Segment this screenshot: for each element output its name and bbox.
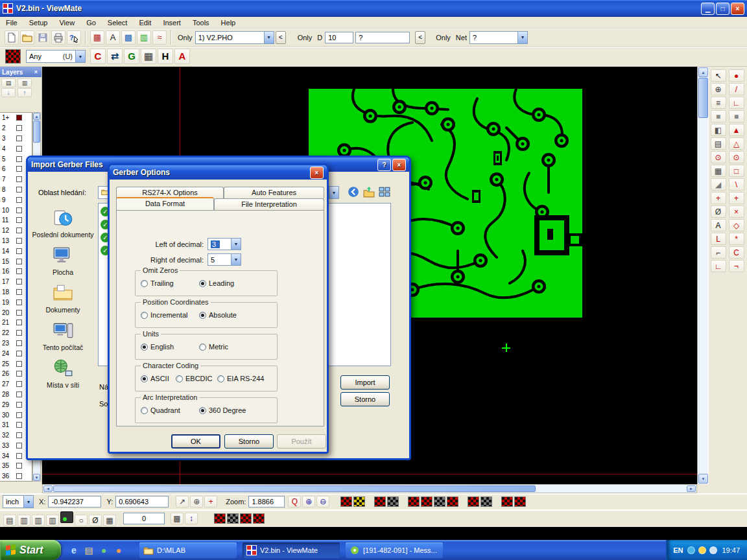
layer-color-swatch[interactable] — [16, 371, 22, 377]
diameter-icon[interactable]: Ø — [711, 205, 726, 218]
draw-triangle-icon[interactable]: ▲ — [729, 124, 744, 136]
menu-edit[interactable]: Edit — [133, 18, 157, 27]
layer-color-swatch[interactable] — [16, 115, 22, 121]
chevron-down-icon[interactable]: ▾ — [231, 239, 241, 250]
scroll-down-icon[interactable]: ▼ — [698, 474, 708, 484]
tab-file-interpretation[interactable]: File Interpretation — [214, 198, 324, 210]
measure-diagonal-icon[interactable]: ↗ — [176, 496, 189, 508]
ok-button[interactable]: OK — [171, 434, 220, 449]
menu-file[interactable]: File — [0, 18, 23, 27]
back-icon[interactable] — [348, 186, 359, 198]
group-tool-icon[interactable]: G — [124, 49, 139, 64]
layer-color-swatch[interactable] — [16, 299, 22, 305]
draw-corner-icon[interactable]: ∟ — [729, 97, 744, 109]
radio-ebcdic[interactable]: EBCDIC — [176, 375, 213, 382]
scroll-down-icon[interactable]: ▼ — [33, 474, 40, 481]
dcode-input[interactable]: 10 — [325, 32, 353, 43]
menu-help[interactable]: Help — [215, 18, 242, 27]
draw-pad-icon[interactable]: ● — [729, 69, 744, 82]
radio-quadrant[interactable]: Quadrant — [141, 406, 180, 414]
circle-tool-icon[interactable]: C — [90, 49, 106, 64]
scroll-up-icon[interactable]: ▲ — [33, 113, 40, 120]
layer-color-swatch[interactable] — [16, 156, 22, 162]
right-decimal-combo[interactable]: 5▾ — [208, 253, 241, 266]
menu-go[interactable]: Go — [80, 18, 102, 27]
pattern-swatch-icon[interactable] — [480, 496, 492, 507]
draw-outline-triangle-icon[interactable]: △ — [729, 137, 744, 150]
dialog-close-button[interactable]: × — [310, 167, 324, 179]
add-vertex-icon[interactable]: + — [711, 192, 726, 204]
menu-setup[interactable]: Setup — [23, 18, 54, 27]
dot-grid-icon[interactable]: ▩ — [171, 513, 184, 524]
pattern-swatch-icon[interactable] — [514, 496, 526, 507]
chevron-down-icon[interactable]: ▾ — [75, 51, 85, 62]
selection-filter-combo[interactable]: Any (U) ▾ — [26, 50, 86, 63]
layer-color-swatch[interactable] — [16, 463, 22, 469]
text-tool-icon[interactable]: A — [711, 219, 726, 231]
pan-center-icon[interactable]: + — [204, 496, 217, 508]
minimize-button[interactable]: ▁ — [701, 3, 715, 15]
net-combo[interactable]: ? ▾ — [469, 31, 528, 44]
film-box-icon[interactable]: ▤ — [3, 515, 16, 526]
chevron-down-icon[interactable]: ▾ — [517, 32, 527, 43]
volume-tray-icon[interactable] — [709, 546, 717, 554]
layer-color-swatch[interactable] — [16, 207, 22, 213]
draw-square-icon[interactable]: ■ — [729, 110, 744, 122]
tile-vertical-icon[interactable]: ▥ — [18, 78, 32, 88]
pattern-swatch-icon[interactable] — [214, 513, 226, 524]
draw-bend-icon[interactable]: ¬ — [729, 260, 744, 272]
browser-icon[interactable]: ● — [113, 545, 124, 555]
angle-tool-icon[interactable]: ⌐ — [711, 246, 726, 259]
chevron-down-icon[interactable]: ▾ — [23, 496, 33, 508]
menu-select[interactable]: Select — [102, 18, 134, 27]
pattern-swatch-icon[interactable] — [468, 496, 479, 507]
radio-eia-rs-244[interactable]: EIA RS-244 — [217, 375, 264, 382]
pattern-swatch-icon[interactable] — [501, 496, 513, 507]
tab-auto-features[interactable]: Auto Features — [224, 187, 324, 198]
cancel-button[interactable]: Storno — [224, 434, 274, 449]
context-help-icon[interactable]: ? — [67, 30, 81, 45]
grid-toggle-icon[interactable]: ▦ — [103, 515, 116, 526]
menu-insert[interactable]: Insert — [157, 18, 187, 27]
cancel-button[interactable]: Storno — [340, 392, 390, 406]
place-network-places[interactable]: Místa v síti — [32, 357, 94, 389]
show-desktop-icon[interactable]: ▤ — [84, 545, 94, 555]
zoom-in-icon[interactable]: ⊕ — [302, 496, 315, 508]
radio-incremental[interactable]: Incremental — [141, 311, 187, 319]
view-menu-icon[interactable] — [379, 186, 390, 198]
zoom-out-icon[interactable]: ⊖ — [316, 496, 329, 508]
apply-button[interactable]: Použít — [277, 434, 326, 449]
chevron-down-icon[interactable]: ▾ — [231, 254, 241, 265]
layer-color-swatch[interactable] — [16, 320, 22, 325]
taskbar-task[interactable]: V2.bin - ViewMate — [243, 542, 340, 558]
dcode-list-icon[interactable]: ≡ — [711, 97, 726, 109]
close-button[interactable]: × — [731, 3, 744, 15]
layer-color-swatch[interactable] — [16, 197, 22, 203]
grid-step-input[interactable]: 0 — [123, 513, 165, 524]
layer-row[interactable]: 1+ — [0, 113, 32, 123]
draw-line-icon[interactable]: / — [729, 83, 744, 95]
place-documents[interactable]: Dokumenty — [32, 282, 94, 314]
layer-color-swatch[interactable] — [16, 402, 22, 408]
scroll-left-icon[interactable]: ◄ — [43, 485, 53, 492]
layer-color-swatch[interactable] — [16, 217, 22, 223]
scrollbar-thumb[interactable] — [33, 121, 40, 143]
line-tool-icon[interactable]: L — [711, 233, 726, 245]
messenger-tray-icon[interactable] — [698, 546, 706, 554]
scrollbar-thumb[interactable] — [53, 485, 536, 492]
layer-row[interactable]: 35 — [0, 461, 32, 471]
media-player-icon[interactable]: ● — [99, 545, 109, 555]
pattern-swatch-icon[interactable] — [374, 496, 386, 507]
layer-row[interactable]: 4 — [0, 143, 32, 154]
delete-tool-icon[interactable]: × — [729, 205, 744, 218]
start-button[interactable]: Start — [0, 540, 61, 560]
layer-color-swatch[interactable] — [16, 268, 22, 274]
layer-color-swatch[interactable] — [16, 166, 22, 172]
layer-set-2-icon[interactable]: ▥ — [32, 515, 45, 526]
layer-color-swatch[interactable] — [16, 289, 22, 295]
aperture-tool-icon[interactable]: A — [174, 49, 190, 64]
corner-tool-icon[interactable]: ∟ — [711, 260, 726, 272]
radio-absolute[interactable]: Absolute — [199, 311, 237, 319]
dcode-colors-icon[interactable] — [5, 49, 21, 64]
radio-ascii[interactable]: ASCII — [141, 375, 169, 382]
